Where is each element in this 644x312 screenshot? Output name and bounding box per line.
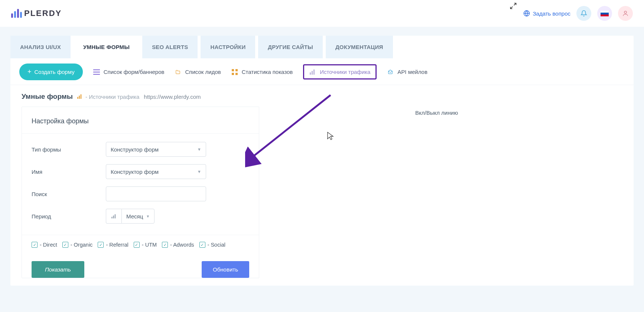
filter-label: - Referral — [106, 242, 128, 248]
form-settings-heading: Настройка формы — [22, 107, 259, 134]
flag-ru-icon — [601, 11, 609, 16]
subitem-forms-list[interactable]: Список форм/баннеров — [93, 69, 165, 75]
filter-label: - Adwords — [170, 242, 194, 248]
filter-label: - Direct — [40, 242, 57, 248]
svg-rect-5 — [93, 69, 100, 70]
filter-referral[interactable]: ✓- Referral — [98, 242, 128, 248]
grid-icon — [231, 69, 238, 75]
checkbox-icon: ✓ — [98, 242, 104, 248]
svg-rect-12 — [310, 72, 311, 75]
name-select[interactable]: Конструктор форм ▼ — [106, 164, 206, 179]
svg-rect-3 — [601, 14, 609, 16]
svg-rect-2 — [601, 13, 609, 14]
mail-icon — [387, 69, 394, 75]
subitem-label: API мейлов — [397, 69, 427, 75]
svg-rect-19 — [113, 215, 114, 218]
breadcrumb-site: https://www.plerdy.com — [144, 94, 201, 100]
notifications-button[interactable] — [576, 6, 591, 21]
tab-other-sites[interactable]: ДРУГИЕ САЙТЫ — [258, 36, 323, 58]
subitem-traffic-sources[interactable]: Источники трафика — [303, 64, 377, 79]
filter-adwords[interactable]: ✓- Adwords — [162, 242, 194, 248]
subitem-label: Список форм/баннеров — [104, 69, 165, 75]
svg-rect-1 — [601, 11, 609, 13]
svg-rect-6 — [93, 72, 100, 72]
brand-text: PLERDY — [24, 9, 62, 18]
plus-icon: + — [27, 68, 32, 76]
tab-documentation[interactable]: ДОКУМЕНТАЦИЯ — [326, 36, 393, 58]
update-button-label: Обновить — [213, 266, 238, 273]
svg-rect-16 — [79, 95, 80, 99]
svg-rect-15 — [77, 97, 78, 99]
filter-direct[interactable]: ✓- Direct — [32, 242, 57, 248]
expand-icon[interactable] — [510, 2, 517, 10]
tab-label: ДРУГИЕ САЙТЫ — [268, 44, 313, 50]
globe-icon — [523, 10, 530, 17]
tab-label: ДОКУМЕНТАЦИЯ — [335, 44, 383, 50]
type-label: Тип формы — [32, 146, 106, 153]
show-button[interactable]: Показать — [32, 261, 84, 278]
create-form-label: Создать форму — [35, 69, 75, 75]
tab-settings[interactable]: НАСТРОЙКИ — [201, 36, 255, 58]
svg-rect-14 — [313, 69, 315, 75]
filter-label: - Social — [208, 242, 225, 248]
filter-label: - Organic — [71, 242, 93, 248]
subitem-api-mails[interactable]: API мейлов — [387, 69, 427, 75]
tab-label: НАСТРОЙКИ — [210, 44, 245, 50]
svg-rect-10 — [232, 73, 234, 75]
checkbox-icon: ✓ — [62, 242, 68, 248]
create-form-button[interactable]: + Создать форму — [19, 64, 83, 80]
period-select[interactable]: Месяц ▼ — [121, 209, 155, 224]
subitem-label: Источники трафика — [320, 69, 370, 75]
form-settings-card: Настройка формы Тип формы Конструктор фо… — [22, 107, 259, 278]
user-icon — [622, 10, 629, 17]
filter-social[interactable]: ✓- Social — [199, 242, 225, 248]
svg-rect-7 — [93, 74, 100, 75]
chevron-down-icon: ▼ — [197, 147, 201, 152]
tab-smart-forms[interactable]: УМНЫЕ ФОРМЫ — [74, 36, 139, 58]
main-card: АНАЛИЗ UI/UX УМНЫЕ ФОРМЫ SEO ALERTS НАСТ… — [10, 36, 634, 286]
svg-rect-8 — [232, 69, 234, 71]
breadcrumb: Умные формы - Источники трафика https://… — [10, 85, 634, 107]
folder-icon — [175, 69, 181, 75]
name-label: Имя — [32, 169, 106, 175]
subitem-label: Список лидов — [185, 69, 221, 75]
subitem-stats[interactable]: Статистика показов — [231, 69, 293, 75]
type-select[interactable]: Конструктор форм ▼ — [106, 142, 206, 157]
name-value: Конструктор форм — [111, 169, 159, 175]
svg-rect-17 — [81, 94, 82, 99]
svg-point-4 — [624, 11, 627, 13]
chart-icon — [309, 69, 316, 75]
logo-bars-icon — [11, 9, 22, 18]
svg-rect-13 — [312, 71, 313, 75]
tab-label: УМНЫЕ ФОРМЫ — [83, 44, 130, 50]
chevron-down-icon: ▼ — [146, 214, 150, 218]
filter-organic[interactable]: ✓- Organic — [62, 242, 93, 248]
language-button[interactable] — [597, 6, 612, 21]
toggle-line-label[interactable]: Вкл/Выкл линию — [274, 110, 622, 116]
svg-rect-18 — [111, 217, 113, 218]
profile-button[interactable] — [618, 6, 633, 21]
list-icon — [93, 69, 100, 75]
bell-icon — [580, 10, 587, 17]
subitem-leads-list[interactable]: Список лидов — [175, 69, 221, 75]
svg-rect-9 — [235, 69, 238, 71]
filter-label: - UTM — [142, 242, 157, 248]
logo[interactable]: PLERDY — [11, 9, 62, 18]
update-button[interactable]: Обновить — [202, 261, 249, 278]
period-chart-button[interactable] — [106, 209, 121, 224]
page-title: Умные формы — [22, 92, 73, 101]
tab-analysis[interactable]: АНАЛИЗ UI/UX — [10, 36, 71, 58]
breadcrumb-section: - Источники трафика — [85, 94, 139, 100]
ask-question-label: Задать вопрос — [533, 10, 570, 17]
traffic-filters: ✓- Direct ✓- Organic ✓- Referral ✓- UTM … — [22, 235, 259, 254]
checkbox-icon: ✓ — [32, 242, 38, 248]
period-label: Период — [32, 213, 106, 220]
filter-utm[interactable]: ✓- UTM — [134, 242, 157, 248]
checkbox-icon: ✓ — [134, 242, 140, 248]
tab-seo-alerts[interactable]: SEO ALERTS — [142, 36, 198, 58]
svg-rect-20 — [114, 214, 116, 218]
search-input[interactable] — [106, 186, 206, 201]
ask-question-link[interactable]: Задать вопрос — [523, 10, 570, 17]
period-value: Месяц — [126, 213, 143, 220]
tab-label: SEO ALERTS — [152, 44, 188, 50]
